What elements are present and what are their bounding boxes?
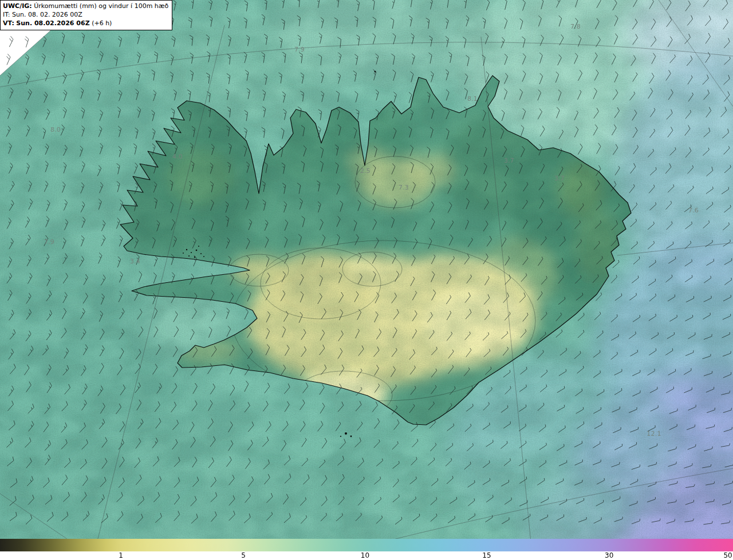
- colorbar-tick-label: 1: [119, 551, 123, 560]
- map-canvas: [0, 0, 733, 560]
- colorbar-tick-label: 50: [723, 551, 732, 560]
- weather-map: 7.97.88.18.04.02.53.73.77.37.67.93.412.1…: [0, 0, 733, 560]
- map-value-label: 7.9: [294, 46, 305, 53]
- model-name: UWC/IG:: [3, 2, 32, 10]
- map-value-label: 7.3: [399, 184, 409, 191]
- colorbar-tick-label: 10: [361, 551, 369, 560]
- map-value-label: 7.9: [44, 238, 54, 246]
- colorbar-tick-label: 15: [482, 551, 491, 560]
- colorbar-tick-label: 30: [605, 551, 613, 560]
- colorbar-gradient: [0, 539, 733, 551]
- map-value-label: 8.0: [50, 126, 61, 133]
- vt-label: VT:: [3, 19, 14, 27]
- map-value-label: 3.7: [504, 157, 514, 164]
- product-title: Úrkomumætti (mm) og vindur í 100m hæð: [34, 2, 168, 10]
- map-value-label: 7.8: [570, 23, 581, 30]
- map-value-label: 7.6: [688, 207, 699, 214]
- info-line-init-time: IT: Sun. 08. 02. 2026 00Z: [3, 10, 168, 19]
- map-value-label: 2.5: [360, 167, 371, 175]
- vt-offset: (+6 h): [92, 19, 112, 27]
- map-value-label: 3.4: [130, 258, 140, 265]
- info-line-valid-time: VT: Sun. 08.02.2026 06Z (+6 h): [3, 19, 168, 27]
- vt-value: Sun. 08.02.2026 06Z: [16, 19, 89, 27]
- colorbar-ticks: 1510153050: [0, 551, 733, 560]
- info-line-title: UWC/IG: Úrkomumætti (mm) og vindur í 100…: [3, 2, 168, 10]
- map-value-label: 3.7: [554, 175, 565, 182]
- it-value: Sun. 08. 02. 2026 00Z: [12, 11, 82, 18]
- field-grain-texture: [0, 0, 733, 560]
- map-value-label: 8.1: [467, 95, 478, 102]
- map-value-label: 12.1: [647, 430, 661, 437]
- info-box: UWC/IG: Úrkomumætti (mm) og vindur í 100…: [0, 0, 172, 30]
- map-value-label: 4.0: [172, 153, 183, 160]
- colorbar-tick-label: 5: [241, 551, 246, 560]
- it-label: IT:: [3, 11, 10, 18]
- colorbar: 1510153050: [0, 539, 733, 560]
